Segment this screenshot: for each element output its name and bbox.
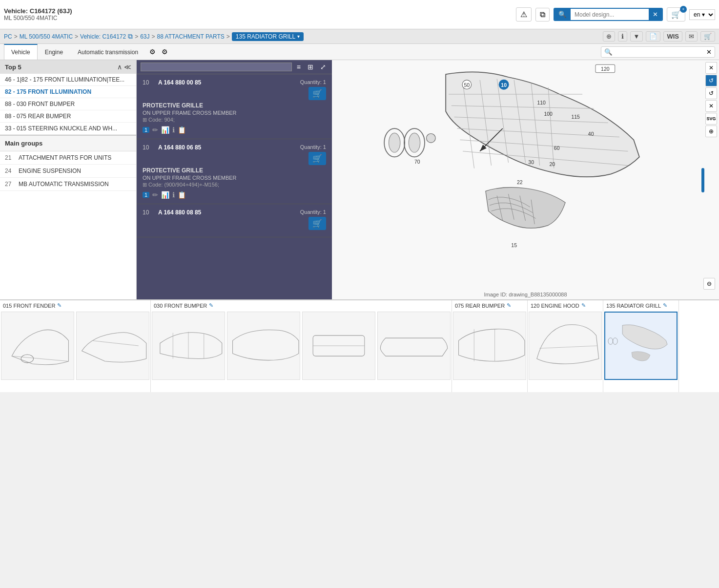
main-group-21[interactable]: 21 ATTACHMENT PARTS FOR UNITS (0, 151, 136, 165)
parts-expand-btn[interactable]: ⤢ (318, 62, 328, 72)
part-edit-btn-1[interactable]: ✏ (152, 126, 158, 134)
breadcrumb-current[interactable]: 135 RADIATOR GRILL ▾ (232, 32, 304, 41)
thumb-img-3[interactable] (152, 312, 225, 380)
part-graph-btn-1[interactable]: 📊 (161, 126, 169, 134)
part-edit-btn-2[interactable]: ✏ (152, 191, 158, 199)
wis-btn[interactable]: WIS (663, 31, 682, 42)
vehicle-model: ML 500/550 4MATIC (4, 15, 72, 21)
part-doc-btn-1[interactable]: 📋 (178, 126, 186, 134)
svg-rect-52 (529, 315, 601, 377)
svg-text:22: 22 (517, 179, 523, 185)
main-group-24[interactable]: 24 ENGINE SUSPENSION (0, 165, 136, 178)
thumb-img-4[interactable] (227, 312, 300, 380)
diagram-tool-history[interactable]: ↺ (705, 75, 717, 86)
diagram-tool-close[interactable]: ✕ (705, 62, 717, 74)
search-clear-btn[interactable]: ✕ (649, 9, 662, 20)
top5-item-3[interactable]: 88 - 030 FRONT BUMPER (0, 98, 136, 110)
part-add-cart-2[interactable]: 🛒 (308, 152, 326, 165)
main-group-27[interactable]: 27 MB AUTOMATIC TRANSMISSION (0, 178, 136, 191)
diagram-panel: ✕ (332, 60, 719, 299)
info-btn[interactable]: ℹ (618, 31, 627, 42)
thumb-img-1[interactable] (1, 312, 74, 380)
tab-gear-icon[interactable]: ⚙ (160, 46, 170, 58)
breadcrumb-vehicle[interactable]: Vehicle: C164172 (80, 33, 126, 40)
thumb-edit-075[interactable]: ✎ (507, 302, 511, 309)
part-position-3: 10 (143, 209, 154, 216)
tab-bar: Vehicle Engine Automatic transmission ⚙ … (0, 44, 719, 60)
thumb-edit-015[interactable]: ✎ (57, 302, 62, 309)
main-area: Top 5 ∧ ≪ 46 - 1|82 - 175 FRONT ILLUMINA… (0, 60, 719, 299)
zoom-in-btn[interactable]: ⊕ (603, 31, 615, 42)
copy-button[interactable]: ⧉ (535, 8, 550, 21)
diagram-zoom-in[interactable]: ⊕ (705, 126, 717, 137)
part-doc-btn-2[interactable]: 📋 (178, 191, 186, 199)
top5-item-1[interactable]: 46 - 1|82 - 175 FRONT ILLUMINATION|TEE..… (0, 74, 136, 86)
svg-rect-49 (453, 315, 526, 377)
top5-title: Top 5 (5, 63, 21, 71)
part-info-btn-2[interactable]: ℹ (172, 191, 175, 199)
breadcrumb-pc[interactable]: PC (4, 33, 12, 40)
cart-button[interactable]: 🛒+ (667, 7, 685, 21)
tab-vehicle[interactable]: Vehicle (4, 44, 38, 60)
parts-list-view-btn[interactable]: ≡ (295, 62, 303, 72)
alert-button[interactable]: ⚠ (516, 7, 532, 21)
svg-text:110: 110 (537, 100, 546, 105)
search-icon-btn[interactable]: 🔍 (555, 9, 571, 20)
top5-item-2[interactable]: 82 - 175 FRONT ILLUMINATION (0, 86, 136, 98)
thumb-edit-030[interactable]: ✎ (209, 302, 213, 309)
thumb-img-7[interactable] (453, 312, 526, 380)
top5-expand-btn[interactable]: ≪ (124, 63, 131, 71)
tab-search-clear[interactable]: ✕ (703, 47, 715, 57)
diagram-scroll-handle[interactable] (701, 168, 704, 192)
part-info-btn-1[interactable]: ℹ (172, 126, 175, 134)
part-name-2: PROTECTIVE GRILLE (143, 167, 326, 174)
breadcrumb-attachment[interactable]: 88 ATTACHMENT PARTS (157, 33, 225, 40)
part-desc-2: ON UPPER FRAME CROSS MEMBER (143, 175, 326, 181)
parts-grid-view-btn[interactable]: ⊞ (306, 62, 315, 72)
top5-item-5[interactable]: 33 - 015 STEERING KNUCKLE AND WH... (0, 123, 136, 135)
diagram-tool-cross[interactable]: ✕ (705, 100, 717, 112)
thumb-section-030: 030 FRONT BUMPER ✎ (151, 300, 452, 392)
thumb-edit-135[interactable]: ✎ (663, 302, 667, 309)
thumb-img-9[interactable] (604, 312, 678, 380)
parts-search-input[interactable] (141, 63, 292, 71)
thumb-img-2[interactable] (76, 312, 149, 380)
doc-btn[interactable]: 📄 (646, 31, 660, 42)
thumb-section-120: 120 ENGINE HOOD ✎ (528, 300, 603, 392)
svg-text:115: 115 (571, 114, 580, 120)
bottom-thumbnails: 015 FRONT FENDER ✎ (0, 299, 719, 392)
diagram-tool-history2[interactable]: ↺ (705, 87, 717, 99)
model-search-input[interactable] (571, 9, 649, 20)
breadcrumb-63j[interactable]: 63J (140, 33, 149, 40)
part-add-cart-1[interactable]: 🛒 (308, 87, 326, 100)
thumb-img-6[interactable] (377, 312, 451, 380)
part-add-cart-3[interactable]: 🛒 (308, 217, 326, 230)
parts-toolbar: ≡ ⊞ ⤢ (137, 60, 332, 74)
svg-text:40: 40 (588, 131, 594, 137)
tab-search-btn[interactable]: 🔍 (601, 47, 616, 57)
part-item-2: 10 A 164 880 06 85 Quantity: 1 🛒 PROTECT… (137, 139, 332, 204)
language-select[interactable]: en ▾ de fr (689, 9, 715, 20)
diagram-tools: ✕ ↺ ↺ ✕ SVG ⊕ (703, 60, 719, 139)
top5-item-4[interactable]: 88 - 075 REAR BUMPER (0, 110, 136, 123)
thumb-img-5[interactable] (302, 312, 375, 380)
diagram-zoom-out[interactable]: ⊖ (703, 278, 715, 290)
thumb-edit-120[interactable]: ✎ (581, 302, 586, 309)
svg-text:10: 10 (501, 82, 507, 88)
vehicle-link-icon[interactable]: ⧉ (128, 32, 133, 41)
cart-toolbar-btn[interactable]: 🛒 (700, 31, 715, 42)
tab-automatic-transmission[interactable]: Automatic transmission (70, 44, 145, 60)
tab-settings-icon[interactable]: ⚙ (147, 46, 158, 58)
thumb-img-8[interactable] (529, 312, 602, 380)
diagram-tool-svg[interactable]: SVG (705, 113, 717, 125)
thumb-label-075: 075 REAR BUMPER (455, 303, 505, 309)
breadcrumb-model[interactable]: ML 500/550 4MATIC (20, 33, 73, 40)
thumb-label-030: 030 FRONT BUMPER (154, 303, 207, 309)
tab-engine[interactable]: Engine (38, 44, 70, 60)
cart-badge: + (680, 6, 687, 13)
part-graph-btn-2[interactable]: 📊 (161, 191, 169, 199)
mail-btn[interactable]: ✉ (685, 31, 698, 42)
top5-collapse-btn[interactable]: ∧ (117, 63, 122, 71)
filter-btn[interactable]: ▼ (630, 31, 643, 42)
tab-search-input[interactable] (616, 47, 703, 57)
